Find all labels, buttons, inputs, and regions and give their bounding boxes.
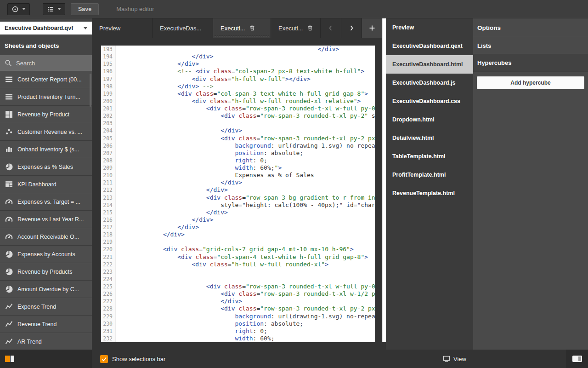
code-text: </div>	[116, 224, 375, 231]
file-item[interactable]: ExecutiveDashboard.qext	[386, 37, 473, 55]
add-tab-button[interactable]	[362, 18, 382, 38]
file-item[interactable]: ExecutiveDashboard.css	[386, 92, 473, 110]
line-chart-icon	[5, 320, 13, 328]
file-item[interactable]: Detailview.html	[386, 129, 473, 147]
editor-tab-label: Executi...	[278, 25, 303, 32]
code-text: </div>	[116, 60, 375, 68]
sheet-object-item[interactable]: Onhand Inventory $ (s...	[0, 141, 92, 158]
line-number: 215	[101, 209, 116, 216]
code-text: right: 0;	[116, 328, 375, 335]
code-text: </div>	[116, 231, 375, 238]
file-item[interactable]: TableTemplate.html	[386, 147, 473, 166]
sheet-object-item[interactable]: Amount Overdue by C...	[0, 281, 92, 298]
line-number: 227	[101, 298, 116, 305]
save-button[interactable]: Save	[71, 3, 99, 15]
code-line: 208 right: 0;	[101, 157, 375, 164]
tab-scroll-left-button[interactable]	[320, 18, 341, 38]
app-selector-dropdown[interactable]: Executive Dashboard.qvf	[0, 22, 92, 34]
editor-tab[interactable]: Executi...	[213, 18, 271, 38]
gauge-icon	[5, 233, 13, 241]
options-item-lists[interactable]: Lists	[473, 37, 588, 54]
code-text: </div>	[116, 186, 375, 194]
editor-tab[interactable]: Preview	[92, 18, 153, 38]
sheet-object-item[interactable]: Revenue by Products	[0, 263, 92, 281]
editor-scrollbar[interactable]	[382, 18, 386, 342]
sidebar: Executive Dashboard.qvf Sheets and objec…	[0, 18, 92, 350]
sheets-list: Cost Center Report (00...Product Invento…	[0, 71, 92, 350]
sheet-object-item[interactable]: Cost Center Report (00...	[0, 71, 92, 88]
line-number: 213	[101, 194, 116, 201]
sheet-object-item[interactable]: Customer Revenue vs. ...	[0, 123, 92, 141]
pie-chart-icon	[5, 268, 13, 276]
sheet-object-label: Revenue Trend	[17, 321, 57, 328]
line-number: 207	[101, 150, 116, 157]
code-line: 202 <div class="row-span-3 rounded-t-xl …	[101, 112, 375, 120]
code-text: </div>	[116, 46, 375, 53]
code-line: 219	[101, 238, 375, 246]
file-item[interactable]: ProfitTemplate.html	[386, 166, 473, 184]
trash-icon[interactable]	[307, 25, 313, 31]
code-line: 222 <div class="h-full w-full rounded-xl…	[101, 261, 375, 268]
line-number: 217	[101, 224, 116, 231]
code-text: <div class="row-span-3 bg-gradient-to-r …	[116, 194, 375, 201]
editor-tab[interactable]: ExecutiveDas...	[153, 18, 213, 38]
show-selections-checkbox[interactable]	[100, 355, 108, 363]
chevron-right-icon	[348, 24, 355, 32]
file-item[interactable]: Dropdown.html	[386, 110, 473, 129]
sheet-object-item[interactable]: Revenue vs Last Year R...	[0, 211, 92, 228]
sheet-object-item[interactable]: Expenses as % Sales	[0, 158, 92, 176]
list-dropdown-button[interactable]	[43, 3, 65, 15]
gauge-icon	[5, 215, 13, 223]
file-item[interactable]: Preview	[386, 18, 473, 37]
code-text: <div class="row-span-3 rounded-t-xl w-1/…	[116, 290, 375, 298]
search-input[interactable]	[12, 60, 92, 67]
sheet-object-item[interactable]: Expenses vs. Target = ...	[0, 193, 92, 211]
add-hypercube-button[interactable]: Add hypercube	[477, 76, 584, 89]
sheet-object-item[interactable]: Expense Trend	[0, 298, 92, 316]
sheet-object-item[interactable]: Revenue by Product	[0, 106, 92, 123]
sidebar-scrollbar[interactable]	[90, 74, 91, 107]
options-item-hypercubes[interactable]: Hypercubes	[473, 54, 588, 72]
code-line: 206 background: url(drawing-1.svg) no-re…	[101, 142, 375, 150]
code-line: 210 Expenses as % of Sales	[101, 172, 375, 179]
editor-tab[interactable]: Executi...	[271, 18, 320, 38]
code-text	[116, 276, 375, 283]
code-line: 195 </div>	[101, 60, 375, 68]
editor-area: PreviewExecutiveDas...Executi...Executi.…	[92, 18, 386, 350]
line-number: 194	[101, 53, 116, 60]
sheet-object-label: Expenses vs. Target = ...	[17, 199, 80, 205]
search-bar[interactable]	[0, 55, 92, 71]
white-tile	[11, 356, 14, 362]
pie-chart-icon	[5, 285, 13, 293]
file-panel: PreviewExecutiveDashboard.qextExecutiveD…	[386, 18, 473, 350]
file-item[interactable]: ExecutiveDashboard.js	[386, 74, 473, 92]
file-item[interactable]: ExecutiveDashboard.html	[386, 55, 473, 74]
file-item-label: Preview	[392, 24, 414, 31]
tab-scroll-right-button[interactable]	[341, 18, 362, 38]
trash-icon[interactable]	[249, 25, 255, 31]
sheet-object-label: Expense Trend	[17, 304, 56, 310]
code-line: 224	[101, 276, 375, 283]
line-number: 214	[101, 201, 116, 209]
file-item[interactable]: RevenueTemplate.html	[386, 184, 473, 202]
bar-chart-icon	[5, 145, 13, 153]
sheet-object-item[interactable]: KPI Dashboard	[0, 176, 92, 193]
navigation-dropdown-button[interactable]	[7, 3, 30, 15]
layout-toggle-icon[interactable]	[5, 356, 14, 362]
chevron-left-icon	[327, 24, 334, 32]
file-item-label: ExecutiveDashboard.js	[392, 80, 456, 86]
sheet-object-item[interactable]: Product Inventory Turn...	[0, 88, 92, 106]
sheet-object-item[interactable]: Expenses by Accounts	[0, 246, 92, 263]
sheet-object-item[interactable]: Revenue Trend	[0, 316, 92, 333]
editor-tab-label: Executi...	[220, 25, 245, 32]
panel-toggle-icon[interactable]	[572, 356, 582, 362]
view-button[interactable]: View	[443, 350, 466, 368]
sheet-object-item[interactable]: Account Receivable O...	[0, 228, 92, 246]
code-line: 207 position: absolute;	[101, 150, 375, 157]
code-editor[interactable]: 193 </div>194 </div>195 </div>196 <!-- <…	[101, 46, 375, 342]
code-text: </div>	[116, 209, 375, 216]
sheet-object-item[interactable]: AR Trend	[0, 333, 92, 350]
line-number: 200	[101, 98, 116, 105]
code-text: style="height: calc(100% - 40px);" id="c…	[116, 201, 375, 209]
bottom-bar: Show selections bar View	[0, 350, 588, 368]
